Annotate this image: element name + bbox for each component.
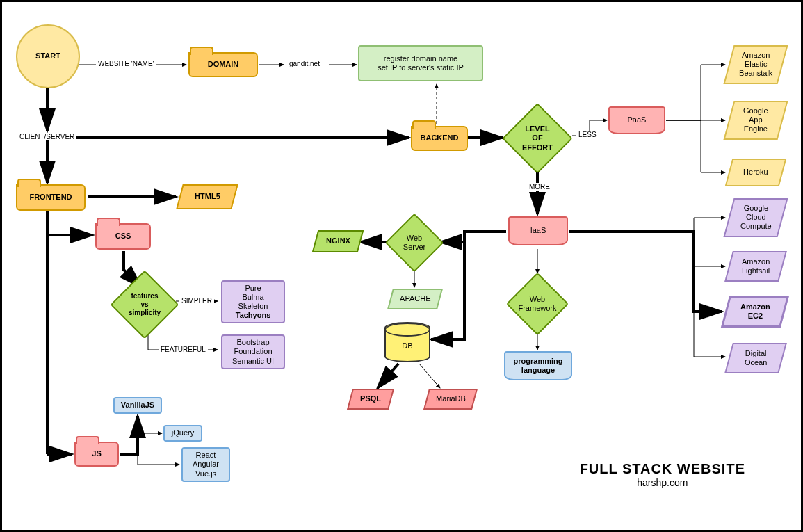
- edge-label-featureful: FEATUREFUL: [159, 346, 208, 353]
- node-jquery: jQuery: [163, 425, 202, 442]
- node-webserver: Web Server: [388, 216, 441, 269]
- node-featvs: features vs simplicity: [113, 273, 176, 336]
- title-sub: harshp.com: [580, 477, 745, 488]
- node-lightsail: Amazon Lightsail: [724, 251, 787, 282]
- label-gandit: gandit.net: [287, 60, 322, 67]
- node-gcc: Google Cloud Compute: [723, 198, 788, 237]
- node-js: JS: [74, 442, 119, 467]
- diagram-canvas: START DOMAIN gandit.net register domain …: [0, 0, 803, 532]
- node-vanillajs: VanillaJS: [113, 397, 162, 414]
- node-docean: Digital Ocean: [724, 343, 787, 373]
- node-iaas: IaaS: [508, 216, 568, 245]
- node-js-frameworks: React Angular Vue.js: [181, 447, 230, 482]
- node-db: DB: [384, 322, 430, 362]
- node-start: START: [16, 24, 80, 88]
- node-register: register domain name set IP to server's …: [358, 45, 483, 81]
- edge-label-more: MORE: [527, 183, 552, 191]
- edge-label-less: LESS: [576, 131, 599, 138]
- node-heroku: Heroku: [725, 159, 787, 186]
- edge-label-website-name: WEBSITE 'NAME': [96, 60, 156, 67]
- node-simpler-list: Pure Bulma Skeleton Tachyons: [221, 280, 285, 323]
- node-nginx: NGINX: [312, 230, 364, 252]
- node-frontend: FRONTEND: [16, 184, 86, 211]
- edge-label-client-server: CLIENT/SERVER: [17, 133, 76, 140]
- node-html5: HTML5: [176, 184, 238, 209]
- node-domain: DOMAIN: [188, 52, 258, 77]
- node-proglang: programming language: [504, 351, 572, 380]
- node-css: CSS: [95, 223, 151, 250]
- node-paas: PaaS: [608, 106, 665, 134]
- node-webframework: Web Framework: [508, 275, 567, 333]
- edge-label-simpler: SIMPLER: [179, 297, 214, 305]
- node-level: LEVEL OF EFFORT: [504, 105, 571, 172]
- node-gae: Google App Engine: [723, 101, 788, 140]
- title-main: FULL STACK WEBSITE: [580, 461, 745, 477]
- diagram-title: FULL STACK WEBSITE harshp.com: [580, 461, 745, 488]
- node-apache: APACHE: [387, 289, 443, 309]
- node-featureful-list: Bootstrap Foundation Semantic UI: [221, 334, 285, 369]
- node-beanstalk: Amazon Elastic Beanstalk: [723, 45, 788, 84]
- node-ec2: Amazon EC2: [721, 296, 789, 328]
- node-psql: PSQL: [347, 389, 394, 410]
- node-mariadb: MariaDB: [423, 389, 478, 410]
- node-backend: BACKEND: [411, 126, 468, 151]
